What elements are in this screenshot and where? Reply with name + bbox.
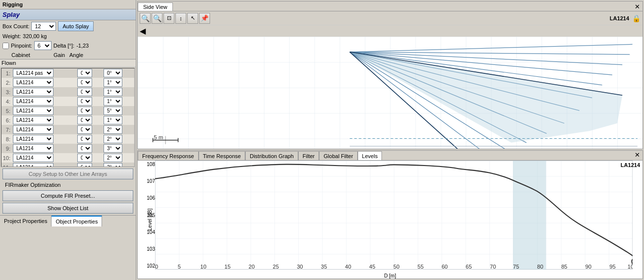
compute-fir-button[interactable]: Compute FIR Preset... xyxy=(2,190,133,201)
gain-select[interactable]: 0 xyxy=(77,154,92,162)
cabinet-name-cell: LA1214 pas xyxy=(11,68,76,78)
cabinet-gain-cell: 0 xyxy=(76,163,102,167)
side-view-canvas: 5 m xyxy=(138,37,643,149)
y-axis-label: Level [dB] xyxy=(147,209,153,230)
angle-select[interactable]: 3° xyxy=(104,163,122,167)
view-tab-bar: Side View ✕ xyxy=(138,1,643,11)
cabinet-gain-cell: 0 xyxy=(76,87,102,97)
cabinet-row-num: 10: xyxy=(1,153,11,163)
cabinet-gain-cell: 0 xyxy=(76,97,102,106)
graph-close-button[interactable]: ✕ xyxy=(632,150,643,160)
graph-panel: Frequency Response Time Response Distrib… xyxy=(137,150,643,279)
pin-button[interactable]: 📌 xyxy=(199,13,210,24)
zoom-in-button[interactable]: 🔍 xyxy=(140,13,151,24)
col-angle: Angle xyxy=(69,52,94,58)
gain-select[interactable]: 0 xyxy=(77,78,92,87)
cabinet-select[interactable]: LA1214 xyxy=(13,116,54,124)
angle-select[interactable]: 3° xyxy=(104,144,122,153)
cabinet-scroll[interactable]: 1: LA1214 pas 0 0° 2: LA1214 xyxy=(1,68,135,167)
cursor-button[interactable]: ↖ xyxy=(187,13,198,24)
cabinet-name-cell: LA1214 xyxy=(11,97,76,106)
cabinet-name-cell: LA1214 xyxy=(11,163,76,167)
cabinet-row-num: 6: xyxy=(1,115,11,125)
angle-select[interactable]: 1° xyxy=(104,78,122,87)
cabinet-angle-cell: 3° xyxy=(102,163,134,167)
cabinet-select[interactable]: LA1214 xyxy=(13,88,54,96)
cabinet-table: 1: LA1214 pas 0 0° 2: LA1214 xyxy=(1,68,134,167)
object-properties-tab[interactable]: Object Properties xyxy=(52,216,102,226)
cabinet-gain-cell: 0 xyxy=(76,134,102,144)
svg-text:55: 55 xyxy=(418,264,424,270)
cabinet-row: 9: LA1214 0 3° xyxy=(1,144,134,153)
pinpoint-checkbox[interactable] xyxy=(2,43,9,49)
rigging-title: Rigging xyxy=(0,0,136,9)
copy-setup-button[interactable]: Copy Setup to Other Line Arrays xyxy=(2,168,133,179)
side-view-svg: 5 m xyxy=(138,37,643,149)
gain-select[interactable]: 0 xyxy=(77,135,92,143)
tab-levels[interactable]: Levels xyxy=(358,151,382,160)
gain-select[interactable]: 0 xyxy=(77,107,92,115)
cabinet-select[interactable]: LA1214 xyxy=(13,107,54,115)
tab-frequency-response[interactable]: Frequency Response xyxy=(138,151,199,160)
pinpoint-row: Pinpoint: 6 Delta [°]: -1,23 xyxy=(0,40,136,51)
cabinet-name-cell: LA1214 xyxy=(11,125,76,134)
svg-text:80: 80 xyxy=(537,264,543,270)
auto-splay-button[interactable]: Auto Splay xyxy=(58,21,93,31)
cabinet-select[interactable]: LA1214 xyxy=(13,78,54,87)
tab-time-response[interactable]: Time Response xyxy=(199,151,246,160)
cabinet-angle-cell: 5° xyxy=(102,106,134,115)
angle-select[interactable]: 0° xyxy=(104,69,122,77)
show-object-list-button[interactable]: Show Object List xyxy=(2,203,133,214)
cabinet-select[interactable]: LA1214 xyxy=(13,144,54,153)
gain-select[interactable]: 0 xyxy=(77,163,92,167)
gain-select[interactable]: 0 xyxy=(77,69,92,77)
back-arrow-row: ◀ xyxy=(138,25,643,37)
side-view-toolbar: 🔍 🔍 ⊡ ↕ ↖ 📌 LA1214 🔒 xyxy=(138,11,643,25)
cabinet-select[interactable]: LA1214 xyxy=(13,97,54,106)
cabinet-row: 1: LA1214 pas 0 0° xyxy=(1,68,134,78)
angle-select[interactable]: 1° xyxy=(104,97,122,106)
pinpoint-label: Pinpoint: xyxy=(11,43,32,49)
side-view-tab[interactable]: Side View xyxy=(138,2,173,11)
tab-global-filter[interactable]: Global Filter xyxy=(319,151,357,160)
gain-select[interactable]: 0 xyxy=(77,116,92,124)
angle-select[interactable]: 1° xyxy=(104,88,122,96)
gain-select[interactable]: 0 xyxy=(77,97,92,106)
cabinet-name-cell: LA1214 xyxy=(11,87,76,97)
side-view-close[interactable]: ✕ xyxy=(632,2,643,11)
gain-select[interactable]: 0 xyxy=(77,144,92,153)
cabinet-select[interactable]: LA1214 pas xyxy=(13,69,54,77)
zoom-out-button[interactable]: 🔍 xyxy=(152,13,162,24)
angle-select[interactable]: 2° xyxy=(104,154,122,162)
cabinet-select[interactable]: LA1214 xyxy=(13,163,54,167)
cabinet-name-cell: LA1214 xyxy=(11,134,76,144)
cabinet-select[interactable]: LA1214 xyxy=(13,125,54,134)
zoom-rect-button[interactable]: ⊡ xyxy=(163,13,174,24)
tab-filter[interactable]: Filter xyxy=(298,151,319,160)
cabinet-select[interactable]: LA1214 xyxy=(13,135,54,143)
cabinet-name-cell: LA1214 xyxy=(11,115,76,125)
cabinet-name-cell: LA1214 xyxy=(11,78,76,87)
box-count-label: Box Count: xyxy=(2,23,29,29)
cabinet-select[interactable]: LA1214 xyxy=(13,154,54,162)
svg-text:95: 95 xyxy=(609,264,615,270)
cabinet-row-num: 7: xyxy=(1,125,11,134)
angle-select[interactable]: 2° xyxy=(104,135,122,143)
svg-text:5 m: 5 m xyxy=(154,134,163,140)
pan-button[interactable]: ↕ xyxy=(175,13,186,24)
pinpoint-select[interactable]: 6 xyxy=(34,41,52,50)
cabinet-gain-cell: 0 xyxy=(76,78,102,87)
back-arrow-button[interactable]: ◀ xyxy=(140,27,146,35)
project-properties-tab[interactable]: Project Properties xyxy=(0,216,52,226)
svg-text:40: 40 xyxy=(345,264,351,270)
gain-select[interactable]: 0 xyxy=(77,125,92,134)
box-count-select[interactable]: 1289101113 xyxy=(31,22,56,31)
tab-distribution-graph[interactable]: Distribution Graph xyxy=(245,151,298,160)
gain-select[interactable]: 0 xyxy=(77,88,92,96)
svg-text:100: 100 xyxy=(628,264,633,270)
angle-select[interactable]: 1° xyxy=(104,116,122,124)
angle-select[interactable]: 5° xyxy=(104,107,122,115)
svg-text:50: 50 xyxy=(393,264,399,270)
cabinet-angle-cell: 1° xyxy=(102,78,134,87)
angle-select[interactable]: 2° xyxy=(104,125,122,134)
